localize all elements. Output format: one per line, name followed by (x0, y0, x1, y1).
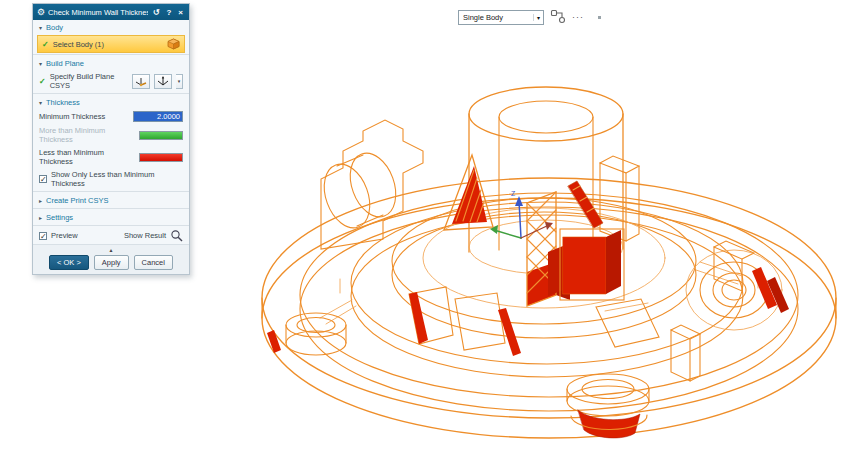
graphics-viewport[interactable]: Z (0, 0, 843, 474)
bearing-block[interactable] (316, 120, 423, 249)
thin-wall-block[interactable] (548, 229, 624, 300)
bottom-boss[interactable] (567, 374, 649, 438)
z-axis-label: Z (511, 190, 516, 197)
application-canvas: ⚙ Check Minimum Wall Thickness ↺ ? × ▾ B… (0, 0, 843, 474)
right-pipe-boss[interactable] (686, 241, 789, 330)
